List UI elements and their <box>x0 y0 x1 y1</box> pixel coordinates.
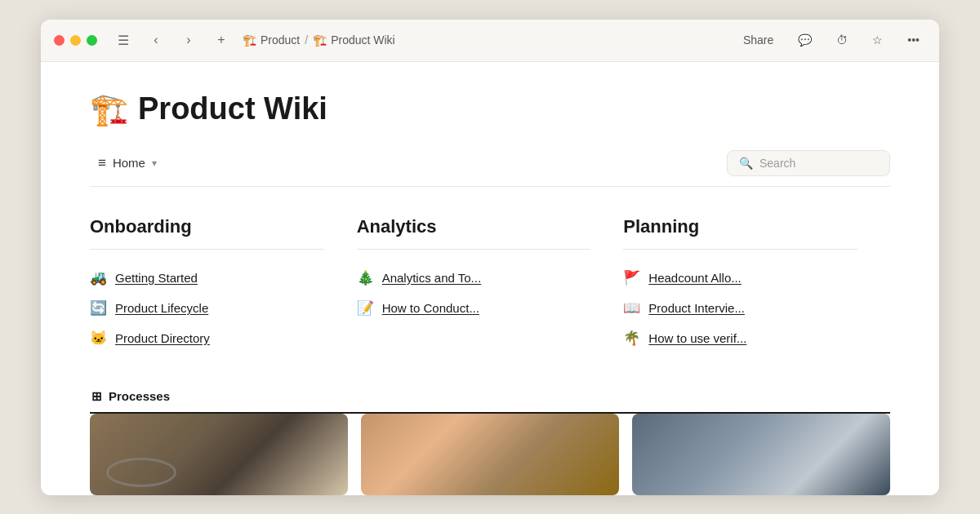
search-placeholder: Search <box>760 157 795 170</box>
parent-emoji: 🏗️ <box>243 33 256 47</box>
star-icon[interactable]: ☆ <box>866 30 889 50</box>
section-analytics: Analytics 🎄 Analytics and To... 📝 How to… <box>357 216 624 353</box>
home-bar: ≡ Home ▾ 🔍 Search <box>90 150 890 187</box>
traffic-lights <box>54 35 97 46</box>
section-onboarding-title: Onboarding <box>90 216 324 237</box>
list-item[interactable]: 🚩 Headcount Allo... <box>623 263 858 293</box>
breadcrumb: 🏗️ Product / 🏗️ Product Wiki <box>243 33 395 47</box>
current-emoji: 🏗️ <box>313 33 327 47</box>
home-label: Home <box>113 156 145 170</box>
chevron-down-icon: ▾ <box>152 157 157 169</box>
minimize-button[interactable] <box>70 35 81 46</box>
breadcrumb-current[interactable]: 🏗️ Product Wiki <box>313 33 395 47</box>
app-window: ☰ ‹ › + 🏗️ Product / 🏗️ Product Wiki Sha… <box>41 20 939 495</box>
list-item[interactable]: 📖 Product Intervie... <box>623 293 858 323</box>
titlebar-actions: Share 💬 ⏱ ☆ ••• <box>737 30 926 50</box>
process-image-1[interactable] <box>90 414 348 495</box>
add-icon[interactable]: + <box>210 29 233 51</box>
list-item[interactable]: 🐱 Product Directory <box>90 323 324 353</box>
breadcrumb-parent[interactable]: 🏗️ Product <box>243 33 300 47</box>
product-directory-label: Product Directory <box>115 331 210 345</box>
tabs-bar: ⊞ Processes <box>90 383 890 414</box>
getting-started-label: Getting Started <box>115 271 198 285</box>
section-planning: Planning 🚩 Headcount Allo... 📖 Product I… <box>623 216 890 353</box>
search-bar[interactable]: 🔍 Search <box>727 150 890 176</box>
product-directory-icon: 🐱 <box>90 330 107 347</box>
share-button[interactable]: Share <box>737 30 780 50</box>
breadcrumb-separator: / <box>305 33 308 47</box>
forward-icon[interactable]: › <box>177 29 200 51</box>
list-item[interactable]: 🎄 Analytics and To... <box>357 263 591 293</box>
list-item[interactable]: 🚜 Getting Started <box>90 263 324 293</box>
titlebar: ☰ ‹ › + 🏗️ Product / 🏗️ Product Wiki Sha… <box>41 20 939 62</box>
product-lifecycle-icon: 🔄 <box>90 299 107 317</box>
close-button[interactable] <box>54 35 65 46</box>
product-interview-label: Product Intervie... <box>648 301 745 315</box>
section-onboarding-divider <box>90 249 324 250</box>
page-title-text: Product Wiki <box>138 91 327 126</box>
page-title: 🏗️ Product Wiki <box>90 91 890 127</box>
headcount-icon: 🚩 <box>623 269 640 286</box>
product-interview-icon: 📖 <box>623 299 640 317</box>
section-planning-divider <box>623 249 858 250</box>
section-analytics-divider <box>357 249 591 250</box>
back-icon[interactable]: ‹ <box>145 29 167 51</box>
headcount-label: Headcount Allo... <box>648 271 741 285</box>
processes-icon: ⊞ <box>91 389 102 404</box>
processes-tab-label: Processes <box>109 389 170 403</box>
images-row <box>90 414 890 495</box>
history-icon[interactable]: ⏱ <box>830 30 854 50</box>
getting-started-icon: 🚜 <box>90 269 107 286</box>
analytics-tools-icon: 🎄 <box>357 269 374 286</box>
verif-label: How to use verif... <box>648 331 746 345</box>
search-icon: 🔍 <box>739 157 753 170</box>
process-image-2[interactable] <box>361 414 619 495</box>
list-item[interactable]: 📝 How to Conduct... <box>357 293 591 323</box>
section-analytics-title: Analytics <box>357 216 591 237</box>
product-lifecycle-label: Product Lifecycle <box>115 301 208 315</box>
section-planning-title: Planning <box>623 216 858 237</box>
how-to-conduct-icon: 📝 <box>357 299 374 317</box>
section-onboarding: Onboarding 🚜 Getting Started 🔄 Product L… <box>90 216 357 353</box>
tab-processes[interactable]: ⊞ Processes <box>90 383 172 414</box>
how-to-conduct-label: How to Conduct... <box>382 301 479 315</box>
comment-icon[interactable]: 💬 <box>791 30 818 50</box>
page-title-emoji: 🏗️ <box>90 91 128 127</box>
main-content: 🏗️ Product Wiki ≡ Home ▾ 🔍 Search Onboar… <box>41 62 939 495</box>
verif-icon: 🌴 <box>623 330 640 347</box>
list-item[interactable]: 🌴 How to use verif... <box>623 323 858 353</box>
list-item[interactable]: 🔄 Product Lifecycle <box>90 293 324 323</box>
hamburger-icon[interactable]: ☰ <box>112 29 135 51</box>
home-button[interactable]: ≡ Home ▾ <box>90 151 165 175</box>
sections-grid: Onboarding 🚜 Getting Started 🔄 Product L… <box>90 216 890 353</box>
more-icon[interactable]: ••• <box>901 30 926 50</box>
list-icon: ≡ <box>98 155 106 171</box>
maximize-button[interactable] <box>87 35 97 46</box>
process-image-3[interactable] <box>632 414 890 495</box>
analytics-tools-label: Analytics and To... <box>382 271 481 285</box>
